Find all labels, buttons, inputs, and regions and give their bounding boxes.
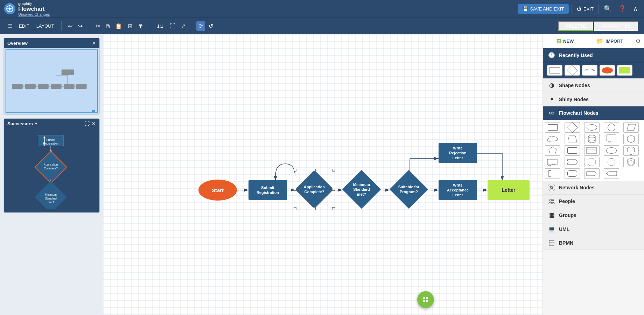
fn-banner[interactable] xyxy=(565,157,580,167)
palette-tab[interactable]: PALETTE xyxy=(558,21,594,31)
fn-cylinder[interactable] xyxy=(584,134,600,144)
recently-used-icon: 🕐 xyxy=(548,52,555,58)
collapse-button[interactable]: ∧ xyxy=(631,4,640,14)
ru-diamond[interactable] xyxy=(565,65,580,76)
recently-used-category[interactable]: 🕐 Recently Used xyxy=(543,48,644,62)
fn-octagon[interactable] xyxy=(584,157,600,167)
node-letter[interactable]: Letter xyxy=(488,180,530,200)
node-write-acceptance[interactable]: WriteAcceptanceLetter xyxy=(439,180,477,200)
app-title: Flowchart xyxy=(18,6,45,12)
svg-marker-67 xyxy=(608,141,611,143)
add-button[interactable]: ⊞ xyxy=(126,21,134,31)
ru-oval[interactable] xyxy=(600,65,615,76)
successors-header-left: Successors ▾ xyxy=(7,121,37,126)
logo-area: graphity Flowchart Unsaved Changes xyxy=(4,1,50,16)
node-minimum-standard[interactable]: MinimumStandardmet? xyxy=(342,170,381,209)
fn-bracket[interactable] xyxy=(545,168,560,179)
overview-content xyxy=(4,48,99,114)
ru-bar[interactable] xyxy=(617,65,632,76)
node-suitable-for-program[interactable]: Suitable forProgram? xyxy=(390,170,428,209)
ru-rect[interactable] xyxy=(547,65,562,76)
fn-circle[interactable] xyxy=(604,122,619,133)
hamburger-button[interactable]: ☰ xyxy=(6,21,15,31)
delete-button[interactable]: 🗑 xyxy=(136,22,146,31)
search-button[interactable]: 🔍 xyxy=(602,4,614,14)
flowchart-nodes-category[interactable]: Flowchart Nodes xyxy=(543,106,644,120)
copy-button[interactable]: ⧉ xyxy=(104,22,112,31)
fn-trapezoid[interactable] xyxy=(565,134,580,144)
fit-button[interactable]: ⛶ xyxy=(168,22,177,31)
fn-hexagon[interactable] xyxy=(623,134,639,144)
canvas-background[interactable]: Start SubmitRegistration ApplicationComp… xyxy=(103,34,542,315)
canvas-area[interactable]: Start SubmitRegistration ApplicationComp… xyxy=(103,34,542,315)
fn-circle2[interactable] xyxy=(604,157,619,167)
shiny-nodes-category[interactable]: ✦ Shiny Nodes xyxy=(543,92,644,106)
zoom-button[interactable]: 1:1 xyxy=(154,22,166,30)
redo-button[interactable]: ↪ xyxy=(76,21,85,31)
new-palette-button[interactable]: ⊞ NEW xyxy=(543,34,588,48)
properties-tab[interactable]: PROPERTIES xyxy=(594,21,638,31)
fn-oval2[interactable] xyxy=(604,145,619,156)
svg-point-78 xyxy=(553,185,554,186)
exit-button[interactable]: ⏻ EXIT xyxy=(572,4,599,14)
fn-pentagon[interactable] xyxy=(545,145,560,156)
node-start[interactable]: Start xyxy=(198,180,237,201)
recently-used-label: Recently Used xyxy=(559,52,593,58)
node-write-rejection[interactable]: WriteRejectionLetter xyxy=(439,143,477,163)
fn-callout[interactable] xyxy=(604,134,619,144)
layout-menu-button[interactable]: LAYOUT xyxy=(34,22,57,30)
svg-point-80 xyxy=(553,189,554,190)
save-exit-icon: 💾 xyxy=(523,6,528,12)
refresh-button[interactable]: ↺ xyxy=(206,21,215,31)
node-application-complete[interactable]: ApplicationComplete? xyxy=(295,170,334,209)
fn-rect2[interactable] xyxy=(565,145,580,156)
ru-curve[interactable] xyxy=(582,65,597,76)
svg-marker-68 xyxy=(628,135,635,143)
save-exit-button[interactable]: 💾 SAVE AND EXIT xyxy=(518,4,569,14)
fn-diamond[interactable] xyxy=(565,122,580,133)
fn-shield[interactable] xyxy=(623,145,639,156)
edit-menu-button[interactable]: EDIT xyxy=(16,22,32,30)
groups-category[interactable]: ▦ Groups xyxy=(543,208,644,222)
successors-chevron[interactable]: ▾ xyxy=(35,121,37,126)
successors-panel-header: Successors ▾ ⛶ ✕ xyxy=(4,119,99,128)
fn-shield2[interactable] xyxy=(623,157,639,167)
shape-nodes-category[interactable]: ◑ Shape Nodes xyxy=(543,78,644,92)
unsaved-changes-label[interactable]: Unsaved Changes xyxy=(18,12,50,16)
toolbar-divider-1 xyxy=(61,21,62,31)
svg-marker-74 xyxy=(587,172,597,176)
fn-cloud[interactable] xyxy=(545,134,560,144)
fn-oval[interactable] xyxy=(584,122,600,133)
help-button[interactable]: ❓ xyxy=(616,4,628,14)
undo-button[interactable]: ↩ xyxy=(66,21,75,31)
fn-rounded-rect[interactable] xyxy=(565,168,580,179)
bpmn-icon xyxy=(548,240,555,246)
fab-button[interactable] xyxy=(417,291,434,308)
overview-close-button[interactable]: ✕ xyxy=(92,40,96,46)
people-category[interactable]: People xyxy=(543,195,644,208)
flowchart-nodes-icon xyxy=(548,110,555,116)
bpmn-category[interactable]: BPMN xyxy=(543,236,644,250)
fn-rect[interactable] xyxy=(545,122,560,133)
toolbar-divider-3 xyxy=(150,21,150,31)
node-submit-registration[interactable]: SubmitRegistration xyxy=(248,180,287,200)
successors-close-button[interactable]: ✕ xyxy=(92,121,96,126)
fn-parallelogram[interactable] xyxy=(623,122,639,133)
fn-arrow-left[interactable] xyxy=(604,168,619,179)
svg-rect-23 xyxy=(92,110,95,112)
successors-expand-button[interactable]: ⛶ xyxy=(85,121,90,126)
fn-arrow-right[interactable] xyxy=(584,168,600,179)
expand-button[interactable]: ⤢ xyxy=(179,21,188,31)
snap-button[interactable]: ⟳ xyxy=(196,21,205,31)
uml-category[interactable]: 💻 UML xyxy=(543,222,644,236)
network-nodes-category[interactable]: Network Nodes xyxy=(543,181,644,195)
filter-button[interactable]: ⚙ xyxy=(632,34,644,48)
paste-button[interactable]: 📋 xyxy=(113,21,124,31)
fn-wave[interactable] xyxy=(545,157,560,167)
shiny-nodes-icon: ✦ xyxy=(548,96,555,103)
cut-button[interactable]: ✂ xyxy=(93,21,102,31)
exit-icon: ⏻ xyxy=(577,6,581,12)
fn-rect3[interactable] xyxy=(584,145,600,156)
import-palette-button[interactable]: 📁 IMPORT xyxy=(588,34,632,48)
svg-point-59 xyxy=(552,112,554,114)
